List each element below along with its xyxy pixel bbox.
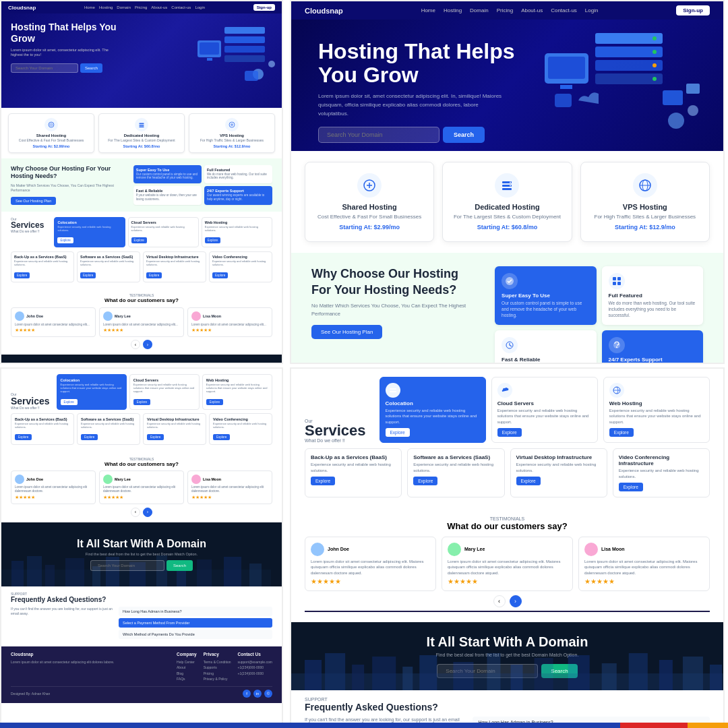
q3-linkedin-icon[interactable]: in bbox=[253, 690, 262, 698]
q1-vps-price: Starting At: $12.9/mo bbox=[193, 144, 270, 148]
q4-cloud-explore[interactable]: Explore bbox=[497, 428, 522, 437]
q3-pagination: ‹ › bbox=[11, 508, 272, 517]
q3-vdi-explore[interactable]: Explore bbox=[147, 434, 164, 440]
q3-footer-supports-link[interactable]: Supports bbox=[204, 665, 231, 671]
q4-avatar-2 bbox=[448, 543, 461, 556]
q2-easy-icon bbox=[502, 273, 518, 289]
q2-search-input[interactable] bbox=[318, 127, 439, 143]
q3-video-explore[interactable]: Explore bbox=[213, 434, 230, 440]
q2-nav-hosting[interactable]: Hosting bbox=[444, 7, 462, 13]
q3-reviewer-3: Lisa Moon bbox=[191, 475, 268, 484]
svg-point-42 bbox=[668, 113, 684, 129]
svg-rect-13 bbox=[140, 127, 144, 128]
svg-rect-83 bbox=[419, 655, 437, 690]
q4-colocation-explore[interactable]: Explore bbox=[386, 428, 410, 437]
q1-nav-domain[interactable]: Domain bbox=[117, 5, 131, 9]
q1-services-header: Our Services What Do we offer !! Colocat… bbox=[11, 217, 272, 247]
q1-prev-page[interactable]: ‹ bbox=[131, 340, 140, 349]
q1-signup-button[interactable]: Sign-up bbox=[253, 4, 275, 11]
q1-why-cta[interactable]: See Our Hosting Plan bbox=[11, 197, 56, 205]
strip-red bbox=[620, 723, 688, 728]
q1-nav-home[interactable]: Home bbox=[84, 5, 95, 9]
strip-blue bbox=[0, 723, 620, 728]
q1-nav-login[interactable]: Login bbox=[195, 5, 205, 9]
q4-avatar-1 bbox=[311, 543, 324, 556]
q3-saas-explore[interactable]: Explore bbox=[81, 434, 98, 440]
q3-web-hosting-title: Web Hosting bbox=[206, 378, 268, 382]
q3-facebook-icon[interactable]: f bbox=[243, 690, 251, 698]
q1-colocation-explore[interactable]: Explore bbox=[57, 237, 73, 243]
q1-saas-explore[interactable]: Explore bbox=[80, 272, 96, 278]
q1-baas-explore[interactable]: Explore bbox=[14, 272, 30, 278]
q1-cloud-explore[interactable]: Explore bbox=[131, 237, 147, 243]
q2-search-button[interactable]: Search bbox=[443, 127, 485, 143]
q3-web-hosting-explore[interactable]: Explore bbox=[206, 399, 223, 405]
q2-why-section: Why Choose Our Hosting For Your Hosting … bbox=[291, 253, 723, 364]
q4-divider bbox=[305, 611, 710, 612]
q2-nav-contact[interactable]: Contact-us bbox=[551, 7, 577, 13]
q1-web-hosting-title: Web Hosting bbox=[205, 220, 269, 224]
q4-next-btn[interactable]: › bbox=[510, 595, 522, 607]
q3-faq-items: How Long Has Adman in Business? Select a… bbox=[119, 607, 272, 641]
q4-video-explore[interactable]: Explore bbox=[619, 483, 643, 491]
q1-cloud-desc: Experience security and reliable web hos… bbox=[131, 225, 195, 232]
q3-domain-search-btn[interactable]: Search bbox=[166, 560, 193, 571]
q2-nav-about[interactable]: About-us bbox=[521, 7, 543, 13]
q1-search-input[interactable] bbox=[11, 63, 78, 73]
q1-saas-title: Software as a Services (SaaS) bbox=[80, 255, 137, 259]
q3-colocation-explore[interactable]: Explore bbox=[61, 399, 78, 405]
q3-faq-item-2[interactable]: Select a Payment Method From Provider bbox=[119, 618, 272, 628]
q3-cloud-explore[interactable]: Explore bbox=[133, 399, 150, 405]
q1-video-explore[interactable]: Explore bbox=[212, 272, 228, 278]
q3-vdi-title: Virtual Desktop Infrastructure bbox=[147, 417, 202, 421]
q4-saas-explore[interactable]: Explore bbox=[413, 477, 437, 485]
q1-next-page[interactable]: › bbox=[143, 340, 152, 349]
svg-point-50 bbox=[510, 185, 511, 187]
q1-colocation-card: Colocation Experience security and relia… bbox=[54, 217, 125, 247]
q2-shared-icon bbox=[357, 173, 382, 198]
q1-feature-full-title: Full Featured bbox=[207, 168, 270, 172]
q3-domain-search: Search bbox=[12, 560, 271, 571]
svg-rect-91 bbox=[659, 660, 673, 690]
q3-faq-item-3[interactable]: Which Method of Payments Do You Provide bbox=[119, 630, 272, 639]
q2-nav-login[interactable]: Login bbox=[585, 7, 599, 13]
q1-stars-3: ★★★★★ bbox=[191, 328, 268, 333]
q2-nav-domain[interactable]: Domain bbox=[470, 7, 489, 13]
q2-feature-fast: Fast & Reliable If your website is slow … bbox=[495, 330, 596, 364]
q4-prev-btn[interactable]: ‹ bbox=[493, 595, 506, 607]
q1-nav-about[interactable]: About-us bbox=[151, 5, 167, 9]
q3-prev-btn[interactable]: ‹ bbox=[131, 508, 140, 517]
svg-point-49 bbox=[510, 182, 511, 183]
q1-vdi-explore[interactable]: Explore bbox=[146, 272, 162, 278]
q2-fast-icon bbox=[502, 337, 518, 353]
q3-baas-explore[interactable]: Explore bbox=[15, 434, 32, 440]
q2-why-cta[interactable]: See Our Hosting Plan bbox=[311, 325, 382, 339]
q2-signup-button[interactable]: Sign-up bbox=[676, 5, 710, 16]
q1-web-hosting-explore[interactable]: Explore bbox=[205, 237, 220, 243]
q1-dedicated-icon bbox=[135, 118, 148, 131]
q3-footer-faqs-link[interactable]: FAQs bbox=[177, 676, 197, 682]
q1-nav-contact[interactable]: Contact-us bbox=[171, 5, 191, 9]
q3-footer-pricing-link[interactable]: Pricing bbox=[204, 671, 231, 677]
q4-baas-explore[interactable]: Explore bbox=[311, 477, 335, 485]
q4-web-hosting-explore[interactable]: Explore bbox=[609, 428, 634, 437]
q3-faq-item-1[interactable]: How Long Has Adman in Business? bbox=[119, 607, 272, 616]
q3-footer-helpcenter-link[interactable]: Help Center bbox=[177, 659, 197, 665]
q4-review-3: Lisa Moon Lorem ipsum dolor sit amet con… bbox=[578, 537, 710, 591]
q3-footer-about-link[interactable]: About bbox=[177, 665, 197, 671]
q4-vdi-explore[interactable]: Explore bbox=[516, 477, 541, 485]
q3-footer-blog-link[interactable]: Blog bbox=[177, 671, 197, 677]
q1-search-button[interactable]: Search bbox=[80, 63, 102, 73]
q3-domain-input[interactable] bbox=[90, 560, 164, 571]
q1-nav-hosting[interactable]: Hosting bbox=[99, 5, 113, 9]
q2-nav-home[interactable]: Home bbox=[421, 7, 435, 13]
q2-nav-pricing[interactable]: Pricing bbox=[497, 7, 513, 13]
q1-nav-pricing[interactable]: Pricing bbox=[135, 5, 147, 9]
q1-reviewer-2: Mary Lee bbox=[103, 311, 180, 321]
q3-vdi-card: Virtual Desktop Infrastructure Experienc… bbox=[143, 413, 206, 445]
q3-footer-terms-link[interactable]: Terms & Condition bbox=[204, 659, 231, 665]
q2-shared-price: Starting At: $2.99/mo bbox=[315, 224, 424, 231]
q1-review-text-3: Lorem ipsum dolor sit amet consectetur a… bbox=[191, 323, 268, 327]
q3-next-btn[interactable]: › bbox=[143, 508, 152, 517]
q3-footer-policy-link[interactable]: Privacy & Policy bbox=[204, 676, 231, 682]
